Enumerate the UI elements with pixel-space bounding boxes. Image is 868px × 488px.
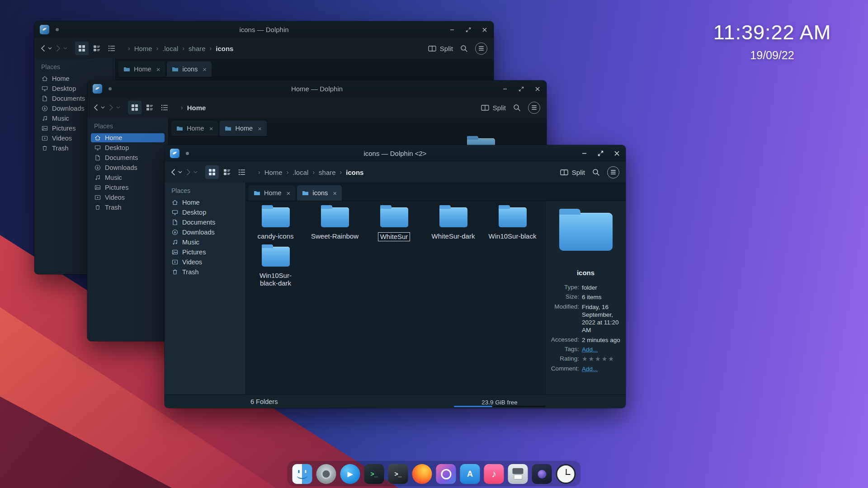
tab-close-icon[interactable]: × — [258, 125, 262, 132]
close-button[interactable] — [534, 85, 541, 93]
view-icons-button[interactable] — [205, 165, 219, 179]
comment-add-link[interactable]: Add... — [582, 365, 621, 373]
back-button[interactable] — [171, 169, 175, 176]
breadcrumb-share[interactable]: share — [319, 169, 336, 176]
dock-preferences-icon[interactable] — [436, 464, 456, 484]
dock-music-icon[interactable]: ♪ — [484, 464, 504, 484]
tab-home[interactable]: Home× — [118, 61, 165, 77]
tab-close-icon[interactable]: × — [203, 66, 207, 73]
folder-sweet-rainbow[interactable]: Sweet-Rainbow — [305, 207, 364, 241]
maximize-button[interactable] — [518, 85, 525, 93]
view-icons-button[interactable] — [128, 101, 142, 114]
minimize-button[interactable] — [448, 26, 456, 33]
minimize-button[interactable] — [580, 150, 588, 157]
sidebar-item-trash[interactable]: Trash — [168, 267, 242, 277]
breadcrumb-share[interactable]: share — [189, 45, 206, 52]
back-history-caret-icon[interactable] — [178, 171, 182, 174]
view-compact-button[interactable] — [90, 42, 104, 55]
dock-console-icon[interactable]: >_ — [364, 464, 384, 484]
back-button[interactable] — [41, 45, 45, 52]
tab-close-icon[interactable]: × — [287, 189, 291, 197]
view-details-button[interactable] — [235, 165, 249, 179]
forward-history-caret-icon[interactable] — [116, 106, 120, 109]
sidebar-item-downloads[interactable]: Downloads — [91, 163, 165, 172]
sidebar-item-documents[interactable]: Documents — [168, 218, 242, 227]
sidebar-item-home[interactable]: Home — [168, 198, 242, 207]
tab-icons[interactable]: icons× — [167, 61, 212, 77]
sidebar-item-trash[interactable]: Trash — [91, 203, 165, 212]
dock-media-player-icon[interactable]: ▶ — [340, 464, 360, 484]
titlebar[interactable]: icons — Dolphin — [34, 21, 494, 38]
tab-close-icon[interactable]: × — [156, 66, 160, 73]
tab-close-icon[interactable]: × — [209, 125, 213, 132]
search-button[interactable] — [460, 45, 468, 52]
forward-button[interactable] — [186, 169, 191, 176]
sidebar-item-pictures[interactable]: Pictures — [91, 183, 165, 192]
split-button[interactable]: Split — [481, 104, 506, 112]
sidebar-item-pictures[interactable]: Pictures — [168, 248, 242, 257]
view-icons-button[interactable] — [75, 42, 89, 55]
dock-finder-icon[interactable] — [292, 464, 312, 484]
folder-win10sur-black-dark[interactable]: Win10Sur-black-dark — [246, 247, 305, 287]
split-button[interactable]: Split — [560, 169, 585, 176]
folder-whitesur[interactable]: WhiteSur — [364, 207, 424, 241]
file-view[interactable]: candy-icons Sweet-Rainbow WhiteSur White… — [246, 201, 545, 394]
sidebar-item-desktop[interactable]: Desktop — [91, 143, 165, 152]
view-compact-button[interactable] — [143, 101, 156, 114]
titlebar[interactable]: Home — Dolphin — [87, 80, 547, 97]
split-button[interactable]: Split — [428, 45, 453, 52]
sidebar-item-videos[interactable]: Videos — [91, 193, 165, 202]
back-history-caret-icon[interactable] — [101, 106, 105, 109]
sidebar-item-downloads[interactable]: Downloads — [168, 228, 242, 237]
minimize-button[interactable] — [501, 85, 509, 93]
maximize-button[interactable] — [465, 26, 472, 33]
dock-clock-icon[interactable] — [556, 464, 576, 484]
close-button[interactable] — [613, 150, 620, 157]
dock-screenshot-icon[interactable] — [532, 464, 552, 484]
forward-button[interactable] — [56, 45, 61, 52]
breadcrumb-local[interactable]: .local — [292, 169, 308, 176]
menu-button[interactable] — [528, 102, 540, 114]
titlebar[interactable]: icons — Dolphin <2> — [165, 145, 626, 162]
search-button[interactable] — [513, 104, 521, 112]
folder-whitesur-dark[interactable]: WhiteSur-dark — [424, 207, 483, 241]
sidebar-item-home[interactable]: Home — [91, 133, 165, 142]
dock-firefox-icon[interactable] — [412, 464, 432, 484]
sidebar-item-music[interactable]: Music — [91, 173, 165, 182]
maximize-button[interactable] — [597, 150, 604, 157]
menu-button[interactable] — [607, 166, 619, 178]
tab-home[interactable]: Home× — [249, 185, 295, 201]
dock-system-settings-icon[interactable] — [316, 464, 336, 484]
tab-close-icon[interactable]: × — [333, 189, 337, 197]
sidebar-item-videos[interactable]: Videos — [168, 258, 242, 267]
forward-button[interactable] — [109, 104, 113, 111]
tab-home-2[interactable]: Home× — [220, 121, 266, 136]
tab-icons[interactable]: icons× — [297, 185, 342, 201]
dock-terminal-icon[interactable]: >_ — [388, 464, 408, 484]
search-button[interactable] — [592, 169, 600, 176]
breadcrumb-icons[interactable]: icons — [346, 169, 363, 176]
sidebar-item-music[interactable]: Music — [168, 238, 242, 247]
view-details-button[interactable] — [105, 42, 118, 55]
breadcrumb-home[interactable]: Home — [264, 169, 283, 176]
dock-app-store-icon[interactable]: A — [460, 464, 480, 484]
rating-stars[interactable]: ★★★★★ — [582, 355, 621, 363]
forward-history-caret-icon[interactable] — [63, 47, 67, 50]
tags-add-link[interactable]: Add... — [582, 346, 621, 353]
close-button[interactable] — [481, 26, 488, 33]
view-details-button[interactable] — [158, 101, 171, 114]
breadcrumb-local[interactable]: .local — [162, 45, 178, 52]
folder-win10sur-black[interactable]: Win10Sur-black — [483, 207, 542, 241]
breadcrumb-home[interactable]: Home — [134, 45, 152, 52]
back-history-caret-icon[interactable] — [48, 47, 52, 50]
folder-candy-icons[interactable]: candy-icons — [246, 207, 305, 241]
menu-button[interactable] — [475, 42, 487, 55]
forward-history-caret-icon[interactable] — [193, 171, 198, 174]
tab-home-1[interactable]: Home× — [171, 121, 218, 136]
breadcrumb-home[interactable]: Home — [187, 104, 206, 112]
view-compact-button[interactable] — [220, 165, 234, 179]
sidebar-item-desktop[interactable]: Desktop — [168, 208, 242, 217]
dock-printer-icon[interactable] — [508, 464, 528, 484]
breadcrumb-icons[interactable]: icons — [216, 45, 233, 52]
sidebar-item-documents[interactable]: Documents — [91, 153, 165, 162]
